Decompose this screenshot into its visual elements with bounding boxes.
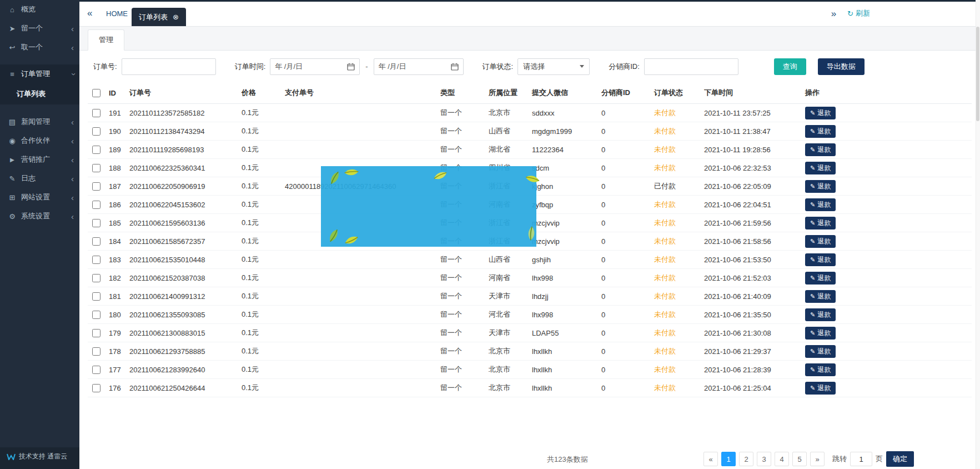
sidebar-item-news[interactable]: ▤ 新闻管理 ‹ [0,112,79,131]
jump-page-input[interactable] [850,452,872,466]
edit-icon: ✎ [810,238,815,245]
refund-button[interactable]: ✎ 退款 [805,327,836,340]
eye-icon: ◉ [8,137,17,145]
refund-button[interactable]: ✎ 退款 [805,125,836,138]
distributor-id-input[interactable] [644,58,738,75]
chevron-left-icon: ‹ [71,137,74,145]
sidebar-item-logs[interactable]: ✎ 日志 ‹ [0,169,79,188]
row-checkbox[interactable] [92,164,100,172]
cell-id: 186 [104,196,125,214]
close-tab-icon[interactable]: ⊗ [173,13,179,21]
sidebar-item-overview[interactable]: ⌂ 概览 [0,0,79,19]
row-checkbox-cell [88,251,104,269]
scrollbar-thumb[interactable] [976,27,979,121]
cell-price: 0.1元 [237,104,280,122]
row-checkbox[interactable] [92,127,100,136]
next-page-button[interactable]: » [810,452,825,466]
refund-button[interactable]: ✎ 退款 [805,253,836,266]
row-checkbox[interactable] [92,366,100,374]
search-button[interactable]: 查询 [774,58,806,75]
sidebar-item-marketing[interactable]: ► 营销推广 ‹ [0,150,79,169]
row-checkbox[interactable] [92,219,100,227]
cell-pay-no [280,141,436,159]
row-checkbox[interactable] [92,201,100,209]
scroll-tabs-right-icon[interactable]: » [831,9,836,18]
prev-page-button[interactable]: « [703,452,718,466]
tab-home[interactable]: HOME [106,9,128,18]
edit-icon: ✎ [810,109,815,117]
cell-type: 留一个 [436,122,484,141]
refund-button[interactable]: ✎ 退款 [805,363,836,376]
sidebar-item-take-one[interactable]: ↩ 取一个 ‹ [0,38,79,57]
refund-button[interactable]: ✎ 退款 [805,272,836,285]
scroll-tabs-left-icon[interactable]: « [87,8,92,19]
refund-button[interactable]: ✎ 退款 [805,143,836,156]
row-checkbox-cell [88,104,104,122]
row-checkbox[interactable] [92,256,100,264]
sidebar-item-site-settings[interactable]: ⊞ 网站设置 ‹ [0,188,79,207]
cell-location: 天津市 [484,287,527,306]
page-button-3[interactable]: 3 [757,452,771,466]
page-button-2[interactable]: 2 [739,452,753,466]
cell-type: 留一个 [436,269,484,287]
cell-location: 北京市 [484,342,527,361]
order-no-input[interactable] [122,58,216,75]
select-all-checkbox[interactable] [92,89,100,97]
page-button-1[interactable]: 1 [721,452,736,466]
row-checkbox[interactable] [92,329,100,337]
cell-pay-no [280,287,436,306]
row-checkbox[interactable] [92,384,100,392]
cell-price: 0.1元 [237,306,280,324]
confirm-jump-button[interactable]: 确定 [886,451,914,467]
tab-manage[interactable]: 管理 [88,29,124,51]
date-from-placeholder: 年 /月/日 [275,62,303,72]
refund-button[interactable]: ✎ 退款 [805,162,836,174]
row-checkbox[interactable] [92,109,100,117]
refresh-button[interactable]: ↻ 刷新 [847,8,870,18]
sidebar-item-partners[interactable]: ◉ 合作伙伴 ‹ [0,131,79,150]
refund-button-label: 退款 [817,255,831,265]
refund-button[interactable]: ✎ 退款 [805,235,836,248]
cell-order-no: 2021101119285698193 [125,141,237,159]
refund-button[interactable]: ✎ 退款 [805,217,836,229]
cell-order-status: 未付款 [650,141,700,159]
row-checkbox[interactable] [92,182,100,191]
edit-icon: ✎ [810,128,815,135]
cell-type: 留一个 [436,104,484,122]
table-row: 176 2021100621250426644 0.1元 留一个 北京市 lhx… [88,379,972,397]
cell-id: 177 [104,361,125,379]
row-checkbox[interactable] [92,347,100,356]
sidebar-item-order-management[interactable]: ≡ 订单管理 ‹ [0,64,79,83]
cell-order-status: 未付款 [650,361,700,379]
sidebar-item-label: 新闻管理 [21,117,50,127]
row-checkbox[interactable] [92,292,100,301]
refund-button[interactable]: ✎ 退款 [805,290,836,303]
tab-order-list[interactable]: 订单列表 ⊗ [132,8,186,26]
refund-button[interactable]: ✎ 退款 [805,107,836,119]
row-checkbox[interactable] [92,274,100,282]
row-checkbox[interactable] [92,237,100,246]
refund-button[interactable]: ✎ 退款 [805,345,836,358]
refund-button[interactable]: ✎ 退款 [805,198,836,211]
cell-actions: ✎ 退款 [801,251,972,269]
refund-button[interactable]: ✎ 退款 [805,308,836,321]
page-button-4[interactable]: 4 [775,452,789,466]
row-checkbox[interactable] [92,311,100,319]
refund-button[interactable]: ✎ 退款 [805,180,836,193]
sidebar-item-system-settings[interactable]: ⚙ 系统设置 ‹ [0,207,79,226]
date-to-input[interactable]: 年 /月/日 [374,58,464,75]
cell-distributor-id: 0 [597,342,650,361]
edit-icon: ✎ [810,146,815,153]
sidebar-item-order-list[interactable]: 订单列表 [0,83,79,104]
sidebar-item-leave-one[interactable]: ➤ 留一个 ‹ [0,19,79,38]
refund-button[interactable]: ✎ 退款 [805,382,836,395]
page-button-5[interactable]: 5 [792,452,807,466]
cell-price: 0.1元 [237,141,280,159]
cell-order-status: 未付款 [650,324,700,342]
scrollbar-track[interactable] [976,0,980,469]
export-button[interactable]: 导出数据 [818,58,865,75]
cell-actions: ✎ 退款 [801,214,972,232]
date-from-input[interactable]: 年 /月/日 [270,58,360,75]
order-status-select[interactable]: 请选择 [517,58,590,75]
row-checkbox[interactable] [92,146,100,154]
